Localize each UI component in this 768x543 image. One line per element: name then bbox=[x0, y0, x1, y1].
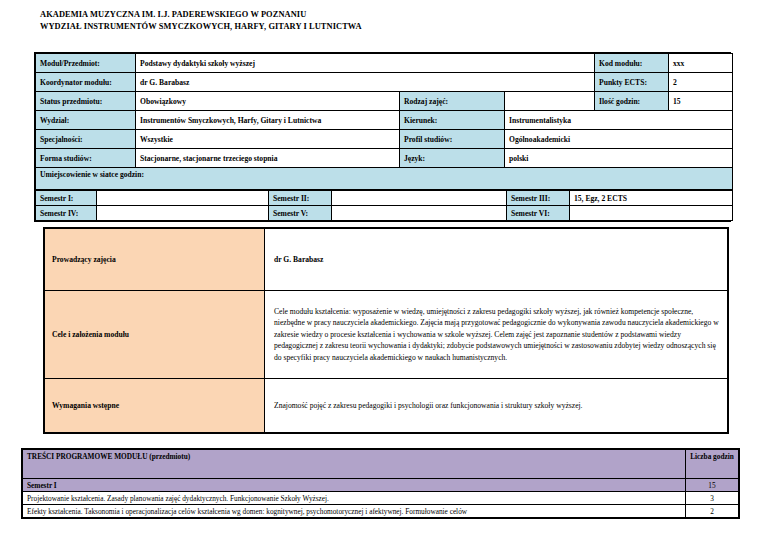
sem2-label: Semestr II: bbox=[269, 191, 332, 206]
faculty-name: WYDZIAŁ INSTRUMENTÓW SMYCZKOWYCH, HARFY,… bbox=[40, 21, 362, 33]
status-value: Obowiązkowy bbox=[136, 92, 400, 111]
program-row-hours: 3 bbox=[686, 492, 739, 505]
wymagania-label: Wymagania wstępne bbox=[45, 379, 265, 433]
kod-label: Kod modułu: bbox=[595, 54, 669, 73]
ilosc-label: Ilość godzin: bbox=[595, 92, 669, 111]
program-row-hours: 2 bbox=[686, 505, 739, 518]
jezyk-label: Język: bbox=[400, 149, 505, 168]
row-semestry-2: Semestr IV: Semestr V: Semestr VI: bbox=[36, 206, 733, 221]
program-row-text: Projektowanie kształcenia. Zasady planow… bbox=[23, 492, 686, 505]
module-info-table: Moduł/Przedmiot: Podstawy dydaktyki szko… bbox=[34, 52, 731, 222]
row-semestry-1: Semestr I: Semestr II: Semestr III: 15, … bbox=[36, 191, 733, 206]
koordynator-value: dr G. Barabasz bbox=[136, 73, 595, 92]
program-hours-header: Liczba godzin bbox=[686, 450, 739, 479]
program-title: TREŚCI PROGRAMOWE MODUŁU (przedmiotu) bbox=[23, 450, 686, 479]
module-details-grid: Prowadzący zajęcia dr G. Barabasz Cele i… bbox=[44, 228, 728, 433]
punkty-value: 2 bbox=[669, 73, 733, 92]
program-row-hours: 15 bbox=[686, 479, 739, 492]
modul-value: Podstawy dydaktyki szkoły wyższej bbox=[136, 54, 595, 73]
kod-value: xxx bbox=[669, 54, 733, 73]
row-wydzial: Wydział: Instrumentów Smyczkowych, Harfy… bbox=[36, 111, 733, 130]
sem3-value: 15, Egz, 2 ECTS bbox=[570, 191, 733, 206]
umiejscowienie-label: Umiejscowienie w siatce godzin: bbox=[36, 168, 733, 190]
prowadzacy-value: dr G. Barabasz bbox=[265, 229, 728, 291]
koordynator-label: Koordynator modułu: bbox=[36, 73, 136, 92]
profil-value: Ogólnoakademicki bbox=[505, 130, 733, 149]
sem6-label: Semestr VI: bbox=[507, 206, 570, 221]
forma-label: Forma studiów: bbox=[36, 149, 136, 168]
sem5-label: Semestr V: bbox=[269, 206, 332, 221]
row-specjalnosci: Specjalności: Wszystkie Profil studiów: … bbox=[36, 130, 733, 149]
row-status: Status przedmiotu: Obowiązkowy Rodzaj za… bbox=[36, 92, 733, 111]
program-row-text: Efekty kształcenia. Taksonomia i operacj… bbox=[23, 505, 686, 518]
status-label: Status przedmiotu: bbox=[36, 92, 136, 111]
document-page: { "header": { "line1": "AKADEMIA MUZYCZN… bbox=[0, 0, 768, 543]
row-program-item: Efekty kształcenia. Taksonomia i operacj… bbox=[23, 505, 739, 518]
kierunek-label: Kierunek: bbox=[400, 111, 505, 130]
specjalnosci-label: Specjalności: bbox=[36, 130, 136, 149]
profil-label: Profil studiów: bbox=[400, 130, 505, 149]
row-cele: Cele i założenia modułu Cele modułu kszt… bbox=[45, 291, 728, 379]
forma-value: Stacjonarne, stacjonarne trzeciego stopn… bbox=[136, 149, 400, 168]
specjalnosci-value: Wszystkie bbox=[136, 130, 400, 149]
cele-value: Cele modułu kształcenia: wyposażenie w w… bbox=[265, 291, 728, 379]
wydzial-label: Wydział: bbox=[36, 111, 136, 130]
row-program-header: TREŚCI PROGRAMOWE MODUŁU (przedmiotu) Li… bbox=[23, 450, 739, 479]
row-umiejscowienie: Umiejscowienie w siatce godzin: bbox=[36, 168, 733, 190]
program-contents-grid: TREŚCI PROGRAMOWE MODUŁU (przedmiotu) Li… bbox=[22, 449, 739, 518]
wymagania-value: Znajomość pojęć z zakresu pedagogiki i p… bbox=[265, 379, 728, 433]
sem4-value bbox=[97, 206, 269, 221]
module-info-grid: Moduł/Przedmiot: Podstawy dydaktyki szko… bbox=[35, 53, 733, 190]
row-prowadzacy: Prowadzący zajęcia dr G. Barabasz bbox=[45, 229, 728, 291]
sem6-value bbox=[570, 206, 733, 221]
sem1-value bbox=[97, 191, 269, 206]
program-contents-table: TREŚCI PROGRAMOWE MODUŁU (przedmiotu) Li… bbox=[21, 448, 740, 519]
jezyk-value: polski bbox=[505, 149, 733, 168]
institution-name: AKADEMIA MUZYCZNA IM. I.J. PADEREWSKIEGO… bbox=[40, 9, 362, 21]
rodzaj-label: Rodzaj zajęć: bbox=[400, 92, 505, 111]
ilosc-value: 15 bbox=[669, 92, 733, 111]
institution-header: AKADEMIA MUZYCZNA IM. I.J. PADEREWSKIEGO… bbox=[40, 9, 362, 33]
prowadzacy-label: Prowadzący zajęcia bbox=[45, 229, 265, 291]
sem5-value bbox=[332, 206, 507, 221]
modul-label: Moduł/Przedmiot: bbox=[36, 54, 136, 73]
row-program-item: Projektowanie kształcenia. Zasady planow… bbox=[23, 492, 739, 505]
row-forma: Forma studiów: Stacjonarne, stacjonarne … bbox=[36, 149, 733, 168]
row-wymagania: Wymagania wstępne Znajomość pojęć z zakr… bbox=[45, 379, 728, 433]
program-row-text: Semestr I bbox=[23, 479, 686, 492]
sem2-value bbox=[332, 191, 507, 206]
row-modul: Moduł/Przedmiot: Podstawy dydaktyki szko… bbox=[36, 54, 733, 73]
row-program-semestr: Semestr I 15 bbox=[23, 479, 739, 492]
kierunek-value: Instrumentalistyka bbox=[505, 111, 733, 130]
punkty-label: Punkty ECTS: bbox=[595, 73, 669, 92]
sem1-label: Semestr I: bbox=[36, 191, 97, 206]
sem4-label: Semestr IV: bbox=[36, 206, 97, 221]
module-details-table: Prowadzący zajęcia dr G. Barabasz Cele i… bbox=[43, 227, 729, 434]
semester-grid: Semestr I: Semestr II: Semestr III: 15, … bbox=[35, 190, 733, 221]
row-koordynator: Koordynator modułu: dr G. Barabasz Punkt… bbox=[36, 73, 733, 92]
sem3-label: Semestr III: bbox=[507, 191, 570, 206]
wydzial-value: Instrumentów Smyczkowych, Harfy, Gitary … bbox=[136, 111, 400, 130]
cele-label: Cele i założenia modułu bbox=[45, 291, 265, 379]
rodzaj-value bbox=[505, 92, 595, 111]
